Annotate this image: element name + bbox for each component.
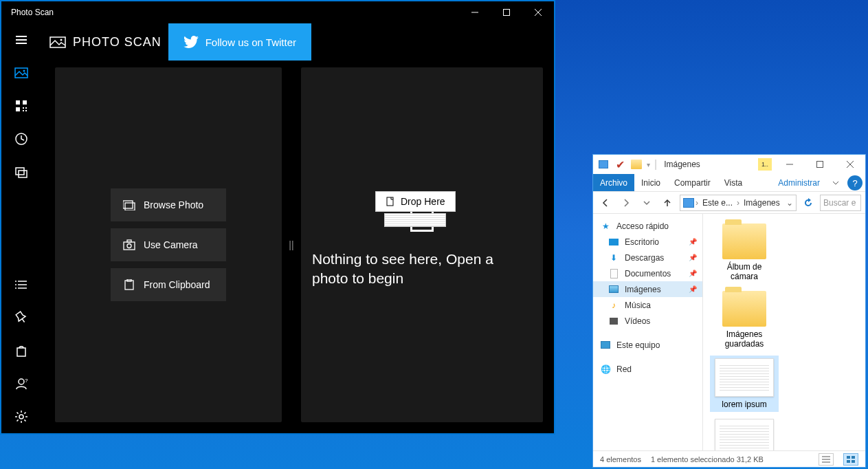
explorer-close-button[interactable] bbox=[835, 155, 865, 174]
help-button[interactable]: ? bbox=[847, 175, 863, 190]
sidebar-item-feedback[interactable]: ? bbox=[1, 367, 41, 400]
sidebar-item-settings[interactable] bbox=[1, 400, 41, 433]
app-logo-text: PHOTO SCAN bbox=[73, 35, 162, 50]
panel-splitter[interactable]: || bbox=[287, 67, 296, 422]
pc-icon bbox=[683, 198, 694, 208]
qat-properties-icon[interactable] bbox=[597, 159, 610, 170]
folder-camera-roll[interactable]: Álbum de cámara bbox=[710, 221, 779, 284]
source-panel: Browse Photo Use Camera From Clipboard bbox=[55, 67, 282, 422]
close-button[interactable] bbox=[522, 1, 554, 23]
tab-home[interactable]: Inicio bbox=[634, 174, 667, 191]
explorer-file-pane[interactable]: Álbum de cámara Imágenes guardadas lorem… bbox=[703, 214, 865, 450]
file-item-2[interactable]: lorem ipsum bbox=[710, 416, 779, 450]
ribbon-expand-button[interactable] bbox=[827, 174, 845, 191]
sidebar-item-qr[interactable] bbox=[1, 89, 41, 122]
tab-file[interactable]: Archivo bbox=[593, 174, 634, 191]
sidebar-item-shop[interactable] bbox=[1, 334, 41, 367]
address-field[interactable]: › Este e... › Imágenes ⌄ bbox=[680, 195, 797, 211]
browse-icon bbox=[123, 199, 135, 210]
folder-saved-pictures[interactable]: Imágenes guardadas bbox=[710, 288, 779, 351]
videos-icon bbox=[608, 316, 619, 327]
sidebar-item-compare[interactable] bbox=[1, 155, 41, 188]
from-clipboard-button[interactable]: From Clipboard bbox=[111, 268, 226, 301]
nav-quick-access[interactable]: ★Acceso rápido bbox=[593, 218, 702, 234]
empty-message: Nothing to see here, Open a photo to beg… bbox=[312, 250, 532, 289]
use-camera-button[interactable]: Use Camera bbox=[111, 228, 226, 261]
explorer-titlebar[interactable]: ✔ ▾ | Imágenes 1.. bbox=[593, 155, 865, 174]
photoscan-header: PHOTO SCAN Follow us on Twitter bbox=[41, 23, 554, 61]
preview-panel[interactable]: Nothing to see here, Open a photo to beg… bbox=[301, 67, 543, 422]
explorer-window: ✔ ▾ | Imágenes 1.. Archivo Inicio Compar… bbox=[592, 154, 866, 468]
breadcrumb-root[interactable]: Este e... bbox=[700, 198, 735, 208]
view-thumbnails-button[interactable] bbox=[843, 453, 858, 466]
svg-rect-25 bbox=[17, 348, 25, 356]
app-logo: PHOTO SCAN bbox=[49, 35, 162, 50]
explorer-statusbar: 4 elementos 1 elemento seleccionado 31,2… bbox=[593, 450, 865, 467]
folder-icon bbox=[722, 291, 766, 327]
svg-rect-40 bbox=[817, 162, 823, 168]
new-badge[interactable]: 1.. bbox=[758, 158, 772, 171]
refresh-button[interactable] bbox=[801, 198, 816, 208]
sidebar-item-pin[interactable] bbox=[1, 301, 41, 334]
twitter-button[interactable]: Follow us on Twitter bbox=[168, 23, 311, 61]
nav-music[interactable]: ♪Música bbox=[593, 297, 702, 313]
pc-icon bbox=[600, 340, 611, 351]
qat-folder-icon[interactable] bbox=[630, 159, 643, 170]
svg-rect-15 bbox=[25, 110, 27, 111]
svg-rect-50 bbox=[852, 460, 855, 463]
hamburger-menu[interactable] bbox=[1, 23, 41, 56]
nav-network[interactable]: 🌐Red bbox=[593, 361, 702, 377]
nav-forward-button[interactable] bbox=[618, 198, 634, 208]
explorer-addressbar: › Este e... › Imágenes ⌄ Buscar e bbox=[593, 192, 865, 214]
explorer-minimize-button[interactable] bbox=[775, 155, 805, 174]
nav-desktop[interactable]: Escritorio📌 bbox=[593, 234, 702, 250]
address-dropdown-icon[interactable]: ⌄ bbox=[786, 198, 793, 208]
nav-documents[interactable]: Documentos📌 bbox=[593, 265, 702, 281]
nav-back-button[interactable] bbox=[597, 198, 614, 208]
svg-point-8 bbox=[23, 70, 25, 72]
svg-rect-33 bbox=[124, 242, 135, 250]
nav-recent-button[interactable] bbox=[638, 198, 655, 208]
breadcrumb-folder[interactable]: Imágenes bbox=[741, 198, 783, 208]
pin-icon: 📌 bbox=[689, 270, 697, 277]
svg-rect-32 bbox=[125, 203, 135, 210]
tab-manage[interactable]: Administrar bbox=[771, 174, 827, 191]
nav-this-pc[interactable]: Este equipo bbox=[593, 337, 702, 353]
sidebar-item-list[interactable] bbox=[1, 268, 41, 301]
svg-rect-31 bbox=[123, 201, 133, 208]
qat-check-icon[interactable]: ✔ bbox=[614, 159, 626, 170]
svg-rect-1 bbox=[504, 10, 510, 16]
nav-up-button[interactable] bbox=[659, 198, 676, 208]
svg-rect-48 bbox=[852, 456, 855, 459]
explorer-title: Imágenes bbox=[664, 160, 758, 169]
twitter-icon bbox=[183, 36, 199, 48]
nav-downloads[interactable]: ⬇Descargas📌 bbox=[593, 250, 702, 265]
file-item-1[interactable]: lorem ipsum bbox=[710, 356, 779, 412]
downloads-icon: ⬇ bbox=[608, 252, 619, 263]
svg-rect-12 bbox=[23, 107, 24, 109]
network-icon: 🌐 bbox=[600, 364, 611, 375]
camera-icon bbox=[123, 239, 135, 250]
maximize-button[interactable] bbox=[491, 1, 522, 23]
tab-share[interactable]: Compartir bbox=[667, 174, 717, 191]
browse-photo-button[interactable]: Browse Photo bbox=[111, 188, 226, 221]
qat-dropdown-icon[interactable]: ▾ bbox=[647, 161, 650, 168]
svg-text:?: ? bbox=[25, 378, 28, 384]
nav-videos[interactable]: Vídeos bbox=[593, 313, 702, 329]
sidebar-item-history[interactable] bbox=[1, 122, 41, 155]
tab-view[interactable]: Vista bbox=[717, 174, 749, 191]
nav-pictures[interactable]: Imágenes📌 bbox=[593, 281, 702, 297]
photoscan-titlebar[interactable]: Photo Scan bbox=[1, 1, 554, 23]
svg-point-24 bbox=[15, 287, 16, 289]
sidebar-item-photo[interactable] bbox=[1, 56, 41, 89]
explorer-maximize-button[interactable] bbox=[805, 155, 835, 174]
view-details-button[interactable] bbox=[819, 453, 834, 466]
svg-rect-10 bbox=[23, 100, 27, 105]
photoscan-sidebar: ? bbox=[1, 23, 41, 433]
search-field[interactable]: Buscar e bbox=[820, 195, 861, 211]
svg-rect-13 bbox=[25, 107, 27, 109]
image-thumbnail-icon bbox=[715, 358, 774, 397]
photoscan-window: Photo Scan ? PHOTO SCAN bbox=[0, 0, 555, 435]
explorer-ribbon: Archivo Inicio Compartir Vista Administr… bbox=[593, 174, 865, 192]
minimize-button[interactable] bbox=[459, 1, 491, 23]
